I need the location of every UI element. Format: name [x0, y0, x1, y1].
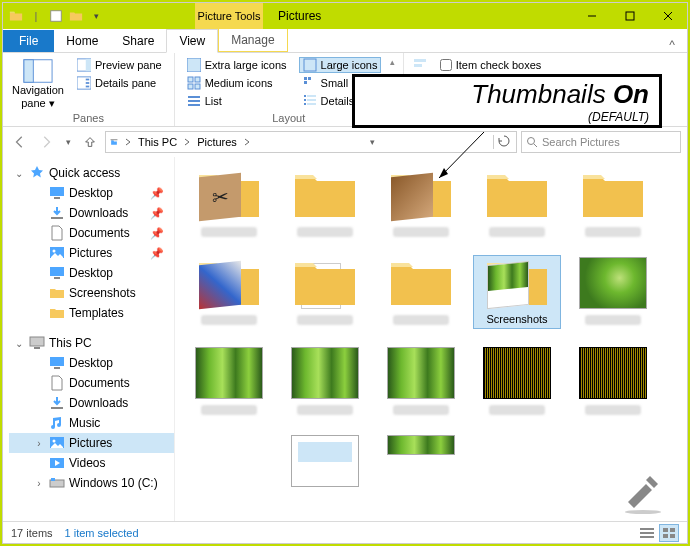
history-dropdown[interactable]: ▾ [61, 131, 75, 153]
forward-button[interactable] [35, 131, 57, 153]
status-details-view-button[interactable] [637, 524, 657, 542]
items-pane[interactable]: ✂ [175, 157, 687, 521]
breadcrumb-pictures[interactable]: Pictures [195, 136, 239, 148]
qat-properties-icon[interactable] [47, 7, 65, 25]
breadcrumb-root-chevron[interactable] [122, 138, 134, 146]
search-box[interactable]: Search Pictures [521, 131, 681, 153]
navigation-pane-button[interactable]: Navigation pane ▾ [11, 57, 65, 110]
image-item[interactable] [281, 433, 369, 489]
folder-screenshots[interactable]: Screenshots [473, 255, 561, 329]
desktop-icon [49, 265, 65, 281]
svg-rect-16 [188, 84, 193, 89]
folder-name-blurred [489, 227, 545, 237]
svg-rect-51 [51, 407, 63, 409]
sidebar-downloads[interactable]: Downloads📌 [9, 203, 174, 223]
image-item[interactable] [569, 345, 657, 417]
sidebar-pc-videos[interactable]: Videos [9, 453, 174, 473]
this-pc-node[interactable]: ⌄ This PC [9, 333, 174, 353]
sidebar-pc-desktop[interactable]: Desktop [9, 353, 174, 373]
back-button[interactable] [9, 131, 31, 153]
details-pane-button[interactable]: Details pane [73, 75, 166, 91]
quick-access-node[interactable]: ⌄ Quick access [9, 163, 174, 183]
sidebar-pictures[interactable]: Pictures📌 [9, 243, 174, 263]
image-item[interactable] [185, 345, 273, 417]
qat-dropdown-icon[interactable]: ▾ [87, 7, 105, 25]
folder-name-blurred [201, 227, 257, 237]
svg-rect-58 [640, 532, 654, 534]
address-dropdown-icon[interactable]: ▾ [367, 137, 378, 147]
pin-icon: 📌 [150, 207, 170, 220]
sidebar-pc-pictures[interactable]: ›Pictures [9, 433, 174, 453]
sidebar-templates[interactable]: Templates [9, 303, 174, 323]
preview-pane-button[interactable]: Preview pane [73, 57, 166, 73]
panes-group-label: Panes [11, 110, 166, 124]
ribbon-collapse-icon[interactable]: ^ [657, 38, 687, 52]
folder-item[interactable]: ✂ [185, 167, 273, 239]
navigation-pane-label: Navigation pane [12, 84, 64, 108]
home-tab[interactable]: Home [54, 30, 110, 52]
maximize-button[interactable] [611, 3, 649, 29]
sidebar-pc-downloads[interactable]: Downloads [9, 393, 174, 413]
svg-rect-47 [30, 337, 44, 346]
image-item[interactable] [281, 345, 369, 417]
breadcrumb-root-icon[interactable] [108, 138, 120, 146]
list-option[interactable]: List [183, 93, 291, 109]
image-item[interactable] [569, 255, 657, 329]
svg-rect-29 [304, 103, 306, 105]
close-button[interactable] [649, 3, 687, 29]
image-item[interactable] [377, 433, 465, 489]
image-item[interactable] [473, 345, 561, 417]
svg-rect-50 [54, 367, 60, 369]
folder-item[interactable] [281, 255, 369, 329]
breadcrumb-chevron-2[interactable] [241, 138, 253, 146]
refresh-button[interactable] [493, 135, 514, 149]
item-checkboxes-checkbox[interactable] [440, 59, 452, 71]
layout-scroll-up-icon[interactable]: ▴ [390, 57, 395, 67]
folder-item[interactable] [281, 167, 369, 239]
annotation-subtext: (DEFAULT) [588, 110, 649, 124]
svg-point-44 [53, 250, 56, 253]
context-tab-title: Picture Tools [195, 3, 263, 29]
status-bar: 17 items 1 item selected [3, 521, 687, 543]
chevron-down-icon[interactable]: ⌄ [13, 168, 25, 179]
minimize-button[interactable] [573, 3, 611, 29]
svg-rect-26 [307, 95, 316, 97]
sidebar-desktop2[interactable]: Desktop [9, 263, 174, 283]
extra-large-icons-option[interactable]: Extra large icons [183, 57, 291, 73]
breadcrumb-this-pc[interactable]: This PC [136, 136, 179, 148]
sort-by-icon[interactable] [412, 57, 428, 75]
view-tab[interactable]: View [166, 29, 218, 53]
hammer-watermark-icon [622, 472, 664, 518]
chevron-right-icon[interactable]: › [33, 478, 45, 489]
folder-icon [49, 305, 65, 321]
documents-icon [49, 225, 65, 241]
chevron-down-icon[interactable]: ⌄ [13, 338, 25, 349]
qat-new-folder-icon[interactable] [67, 7, 85, 25]
breadcrumb-chevron-1[interactable] [181, 138, 193, 146]
desktop-icon [49, 185, 65, 201]
sidebar-documents[interactable]: Documents📌 [9, 223, 174, 243]
navigation-tree[interactable]: ⌄ Quick access Desktop📌 Downloads📌 Docum… [3, 157, 175, 521]
medium-icons-option[interactable]: Medium icons [183, 75, 291, 91]
folder-name-blurred [201, 315, 257, 325]
sidebar-screenshots[interactable]: Screenshots [9, 283, 174, 303]
folder-item[interactable] [185, 255, 273, 329]
sidebar-pc-documents[interactable]: Documents [9, 373, 174, 393]
file-tab[interactable]: File [3, 30, 54, 52]
sidebar-pc-music[interactable]: Music [9, 413, 174, 433]
folder-item[interactable] [569, 167, 657, 239]
svg-rect-21 [304, 59, 316, 71]
item-checkboxes-option[interactable]: Item check boxes [436, 57, 546, 73]
svg-rect-42 [51, 217, 63, 219]
sidebar-pc-c[interactable]: ›Windows 10 (C:) [9, 473, 174, 493]
manage-tab[interactable]: Manage [218, 27, 287, 52]
svg-rect-61 [670, 528, 675, 532]
large-icons-option[interactable]: Large icons [299, 57, 382, 73]
folder-item[interactable] [377, 255, 465, 329]
chevron-right-icon[interactable]: › [33, 438, 45, 449]
status-thumbnails-view-button[interactable] [659, 524, 679, 542]
up-button[interactable] [79, 131, 101, 153]
image-item[interactable] [377, 345, 465, 417]
share-tab[interactable]: Share [110, 30, 166, 52]
sidebar-desktop[interactable]: Desktop📌 [9, 183, 174, 203]
